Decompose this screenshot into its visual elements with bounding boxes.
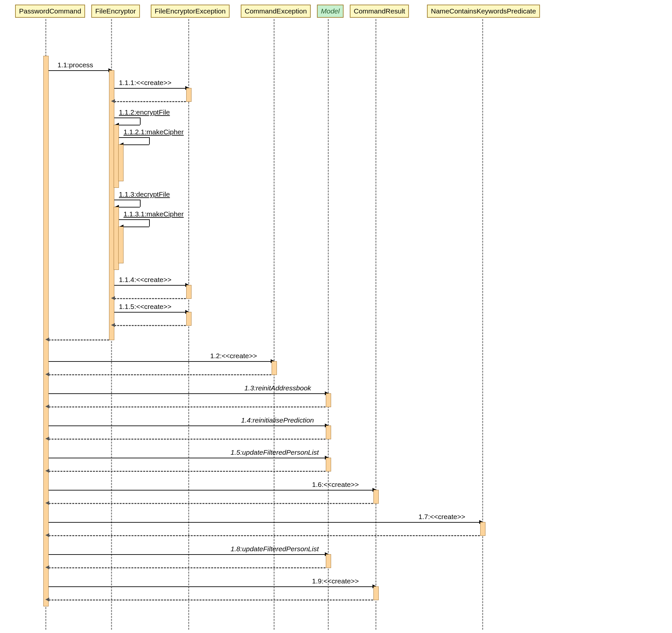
self-1.1.3.1-out [119,219,149,220]
return-1.1.1 [114,101,186,102]
activation-model-1 [326,393,331,407]
return-1.2 [49,374,271,375]
activation-model-2 [326,425,331,439]
activation-fee-1 [186,88,191,102]
activation-password-command [43,56,49,606]
participant-file-encryptor-exception: FileEncryptorException [151,5,230,18]
lifeline-model [328,19,329,630]
msg-1.6: 1.6:<<create>> [312,481,359,489]
activation-cr-1 [374,490,379,504]
activation-pred [480,522,485,536]
activation-ce [272,361,277,375]
lifeline-command-result [376,19,377,630]
arrow-1.9 [49,586,373,587]
return-1.1 [49,340,109,340]
msg-1.5: 1.5:updateFilteredPersonList [231,448,319,456]
self-1.1.3.1-in [123,226,149,227]
msg-1.3: 1.3:reinitAddressbook [244,384,311,392]
msg-1.1.4: 1.1.4:<<create>> [119,276,171,284]
msg-1.1.1: 1.1.1:<<create>> [119,79,171,87]
arrow-1.5 [49,458,326,458]
participant-name-contains-keywords-predicate: NameContainsKeywordsPredicate [427,5,540,18]
msg-1.7: 1.7:<<create>> [418,513,465,521]
return-head-1.8 [45,565,49,569]
participant-file-encryptor: FileEncryptor [91,5,140,18]
participant-command-exception: CommandException [241,5,311,18]
arrow-1.7 [49,522,480,523]
msg-1.1.3.1: 1.1.3.1:makeCipher [123,210,184,218]
return-1.5 [49,471,326,472]
sequence-diagram: PasswordCommand FileEncryptor FileEncryp… [3,3,669,630]
msg-1.8: 1.8:updateFilteredPersonList [231,545,319,553]
participant-command-result: CommandResult [350,5,409,18]
msg-1.1.2: 1.1.2:encryptFile [119,108,170,116]
return-head-1.1.4 [111,296,115,300]
activation-fee-3 [186,312,191,326]
return-head-1.9 [45,598,49,602]
self-1.1.3-in [119,207,140,208]
return-head-1.4 [45,437,49,441]
return-head-1.3 [45,405,49,409]
self-1.1.3.1-down [149,219,150,226]
activation-makecipher-2 [118,226,123,263]
activation-makecipher-1 [118,144,123,181]
msg-1.9: 1.9:<<create>> [312,577,359,585]
msg-1.1: 1.1:process [57,61,93,69]
self-1.1.2-down [140,118,141,125]
return-head-1.7 [45,533,49,537]
lifeline-command-exception [273,19,274,630]
self-1.1.3-out [114,200,140,200]
participant-password-command: PasswordCommand [15,5,85,18]
msg-1.4: 1.4:reinitialisePrediction [241,416,314,424]
arrow-1.8 [49,554,326,555]
return-1.3 [49,407,326,408]
activation-cr-2 [374,586,379,600]
activation-model-3 [326,458,331,471]
return-head-1.2 [45,372,49,376]
return-1.1.4 [114,298,186,299]
self-1.1.2.1-in [123,144,149,145]
arrow-1.2 [49,361,271,362]
msg-1.1.2.1: 1.1.2.1:makeCipher [123,128,184,136]
return-1.1.5 [114,325,186,326]
arrow-1.1.5 [114,312,186,313]
self-1.1.2-in [119,125,140,125]
return-head-1.6 [45,501,49,505]
return-1.7 [49,535,480,536]
return-1.8 [49,567,326,568]
activation-fee-2 [186,285,191,299]
self-1.1.2.1-out [119,137,149,138]
self-1.1.3-down [140,200,141,207]
arrow-1.1.1 [114,88,186,89]
return-head-1.1.1 [111,99,115,103]
arrow-1.3 [49,393,326,394]
return-1.6 [49,503,373,504]
return-1.9 [49,600,373,601]
return-head-1.1 [45,338,49,341]
self-1.1.2.1-down [149,137,150,144]
arrow-1.1.4 [114,285,186,286]
msg-1.1.3: 1.1.3:decryptFile [119,190,170,198]
return-1.4 [49,439,326,440]
self-1.1.2-out [114,118,140,118]
activation-model-4 [326,554,331,568]
msg-1.1.5: 1.1.5:<<create>> [119,303,171,311]
participant-model: Model [317,5,343,18]
arrow-1.1 [49,70,109,71]
msg-1.2: 1.2:<<create>> [210,352,257,360]
return-head-1.5 [45,469,49,473]
return-head-1.1.5 [111,323,115,327]
arrow-1.4 [49,425,326,426]
arrow-1.6 [49,490,373,490]
lifeline-predicate [482,19,483,630]
